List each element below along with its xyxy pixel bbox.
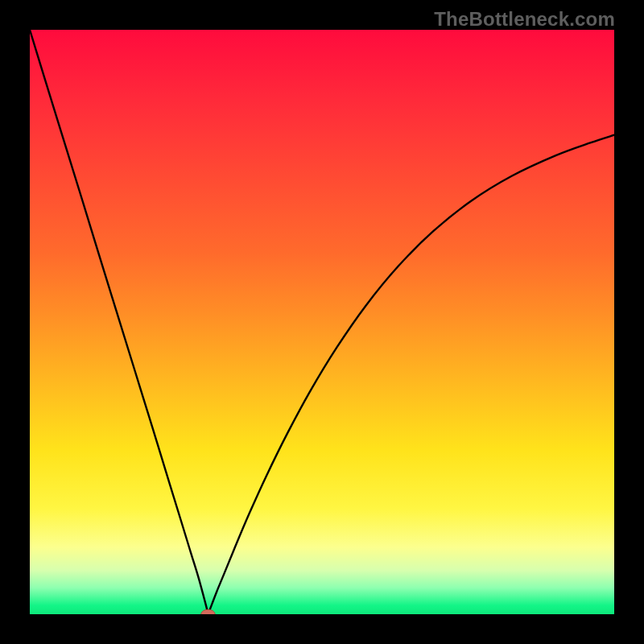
watermark-text: TheBottleneck.com	[434, 8, 615, 31]
bottleneck-chart	[30, 30, 614, 614]
plot-area	[30, 30, 614, 614]
gradient-background	[30, 30, 614, 614]
chart-frame: TheBottleneck.com	[0, 0, 644, 644]
